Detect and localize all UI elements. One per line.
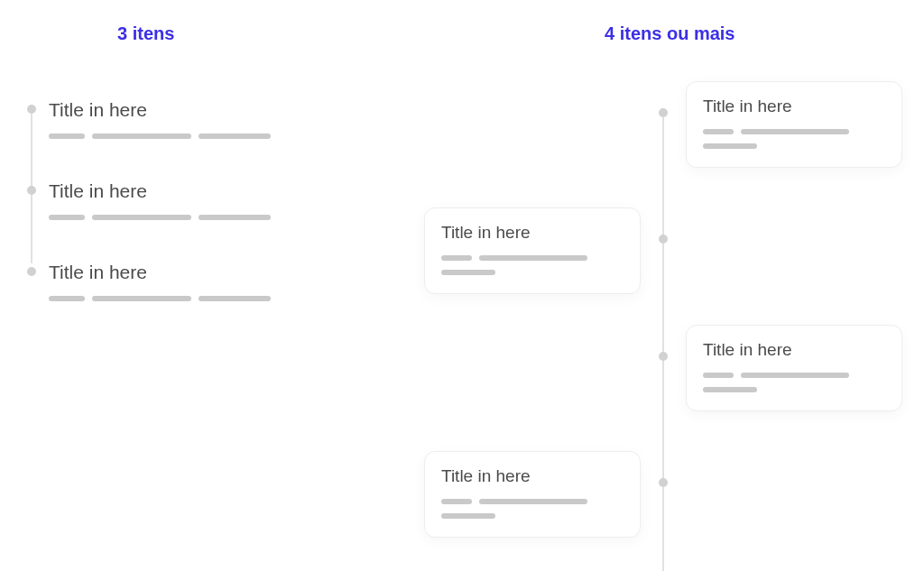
timeline-card-title: Title in here	[441, 223, 624, 243]
timeline-card-title: Title in here	[703, 97, 885, 116]
skeleton-text	[441, 499, 624, 504]
skeleton-bar	[49, 296, 85, 301]
skeleton-text	[49, 296, 298, 301]
skeleton-bar	[49, 134, 85, 139]
timeline-4-plus-items: Title in hereTitle in hereTitle in hereT…	[406, 81, 911, 568]
timeline-3-items: Title in hereTitle in hereTitle in here	[27, 99, 298, 343]
timeline-dot-icon	[27, 105, 36, 114]
timeline-item: Title in here	[27, 180, 298, 220]
skeleton-text	[441, 255, 624, 261]
skeleton-bar	[441, 513, 495, 519]
timeline-card-title: Title in here	[703, 340, 885, 360]
skeleton-bar	[199, 215, 271, 220]
skeleton-bar	[479, 499, 587, 504]
skeleton-bar	[703, 129, 734, 134]
timeline-card-title: Title in here	[441, 466, 624, 486]
skeleton-bar	[199, 134, 271, 139]
skeleton-bar	[92, 296, 191, 301]
skeleton-text	[703, 129, 885, 134]
skeleton-text	[441, 270, 624, 275]
skeleton-bar	[703, 373, 734, 378]
timeline-item-title: Title in here	[49, 180, 298, 202]
heading-left: 3 itens	[117, 23, 174, 44]
timeline-dot-icon	[27, 267, 36, 276]
timeline-card: Title in here	[424, 207, 641, 294]
skeleton-text	[49, 134, 298, 139]
skeleton-text	[703, 373, 885, 378]
skeleton-bar	[441, 499, 472, 504]
timeline-item: Title in here	[27, 99, 298, 139]
timeline-dot-icon	[659, 108, 668, 117]
timeline-rail	[662, 113, 664, 571]
heading-right: 4 itens ou mais	[605, 23, 735, 44]
timeline-card: Title in here	[686, 81, 902, 168]
timeline-item: Title in here	[27, 262, 298, 301]
skeleton-bar	[199, 296, 271, 301]
skeleton-bar	[703, 387, 757, 392]
skeleton-bar	[441, 255, 472, 261]
skeleton-bar	[741, 373, 849, 378]
skeleton-text	[703, 143, 885, 149]
timeline-dot-icon	[27, 186, 36, 195]
skeleton-text	[441, 513, 624, 519]
skeleton-bar	[49, 215, 85, 220]
timeline-dot-icon	[659, 478, 668, 487]
skeleton-bar	[741, 129, 849, 134]
skeleton-bar	[479, 255, 587, 261]
timeline-item-title: Title in here	[49, 262, 298, 283]
skeleton-bar	[92, 215, 191, 220]
skeleton-bar	[92, 134, 191, 139]
timeline-card: Title in here	[424, 451, 641, 538]
skeleton-text	[49, 215, 298, 220]
timeline-dot-icon	[659, 352, 668, 361]
skeleton-text	[703, 387, 885, 392]
skeleton-bar	[441, 270, 495, 275]
timeline-dot-icon	[659, 235, 668, 244]
timeline-item-title: Title in here	[49, 99, 298, 121]
skeleton-bar	[703, 143, 757, 149]
timeline-card: Title in here	[686, 325, 902, 411]
